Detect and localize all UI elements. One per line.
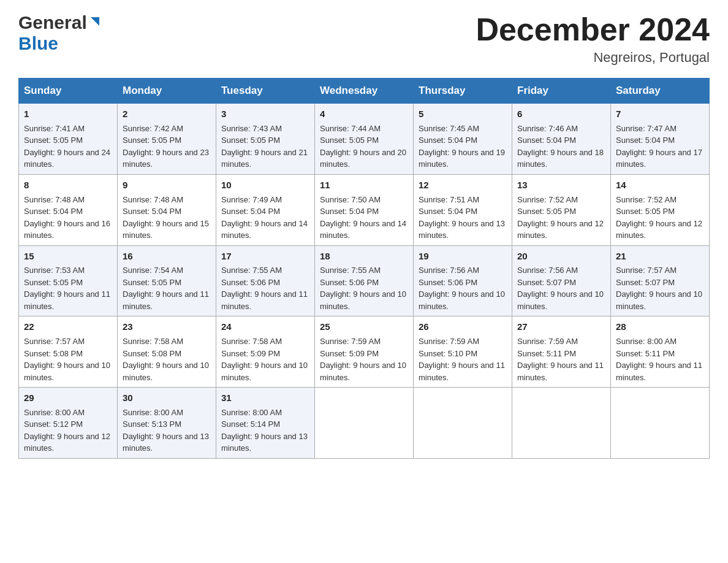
calendar-header-row: Sunday Monday Tuesday Wednesday Thursday… [19, 79, 710, 104]
logo-general-text: General [18, 12, 87, 33]
day-info: Sunrise: 7:45 AMSunset: 5:04 PMDaylight:… [419, 123, 507, 170]
day-info: Sunrise: 7:49 AMSunset: 5:04 PMDaylight:… [221, 194, 309, 242]
day-info: Sunrise: 7:52 AMSunset: 5:05 PMDaylight:… [616, 194, 704, 242]
day-info: Sunrise: 7:48 AMSunset: 5:04 PMDaylight:… [123, 194, 211, 242]
day-info: Sunrise: 7:53 AMSunset: 5:05 PMDaylight:… [24, 264, 112, 312]
day-number: 9 [123, 178, 211, 192]
day-info: Sunrise: 7:55 AMSunset: 5:06 PMDaylight:… [320, 264, 408, 312]
day-number: 17 [221, 250, 309, 263]
calendar-cell: 9Sunrise: 7:48 AMSunset: 5:04 PMDaylight… [118, 174, 216, 245]
col-wednesday: Wednesday [315, 79, 414, 104]
col-friday: Friday [512, 79, 611, 104]
calendar-cell: 16Sunrise: 7:54 AMSunset: 5:05 PMDayligh… [118, 245, 216, 316]
day-number: 8 [24, 178, 112, 192]
calendar-cell: 2Sunrise: 7:42 AMSunset: 5:05 PMDaylight… [118, 104, 216, 175]
day-info: Sunrise: 7:57 AMSunset: 5:08 PMDaylight:… [24, 335, 112, 383]
calendar-cell: 19Sunrise: 7:56 AMSunset: 5:06 PMDayligh… [414, 245, 512, 316]
page-header: General Blue December 2024 Negreiros, Po… [18, 12, 710, 66]
calendar-cell [315, 388, 414, 459]
day-number: 10 [221, 178, 309, 192]
logo-arrow-icon [88, 15, 102, 31]
calendar-cell: 6Sunrise: 7:46 AMSunset: 5:04 PMDaylight… [512, 104, 611, 175]
logo: General Blue [18, 12, 102, 54]
day-number: 2 [123, 107, 211, 121]
calendar-week-row: 22Sunrise: 7:57 AMSunset: 5:08 PMDayligh… [19, 316, 710, 388]
day-number: 4 [320, 107, 408, 121]
calendar-cell: 10Sunrise: 7:49 AMSunset: 5:04 PMDayligh… [216, 174, 315, 245]
calendar-cell: 26Sunrise: 7:59 AMSunset: 5:10 PMDayligh… [414, 316, 512, 388]
calendar-cell: 29Sunrise: 8:00 AMSunset: 5:12 PMDayligh… [19, 388, 118, 459]
day-info: Sunrise: 7:55 AMSunset: 5:06 PMDaylight:… [221, 264, 309, 312]
location-title: Negreiros, Portugal [476, 50, 710, 66]
day-info: Sunrise: 7:46 AMSunset: 5:04 PMDaylight:… [517, 123, 605, 170]
calendar-cell: 31Sunrise: 8:00 AMSunset: 5:14 PMDayligh… [216, 388, 315, 459]
day-number: 28 [616, 320, 704, 334]
day-number: 24 [221, 320, 309, 334]
calendar-cell: 30Sunrise: 8:00 AMSunset: 5:13 PMDayligh… [118, 388, 216, 459]
day-number: 26 [419, 320, 507, 334]
calendar-cell: 22Sunrise: 7:57 AMSunset: 5:08 PMDayligh… [19, 316, 118, 388]
day-info: Sunrise: 7:48 AMSunset: 5:04 PMDaylight:… [24, 194, 112, 242]
day-number: 20 [517, 250, 605, 263]
calendar-week-row: 1Sunrise: 7:41 AMSunset: 5:05 PMDaylight… [19, 104, 710, 175]
calendar-cell: 27Sunrise: 7:59 AMSunset: 5:11 PMDayligh… [512, 316, 611, 388]
day-info: Sunrise: 7:41 AMSunset: 5:05 PMDaylight:… [24, 123, 112, 170]
day-info: Sunrise: 8:00 AMSunset: 5:12 PMDaylight:… [24, 407, 112, 454]
day-info: Sunrise: 7:58 AMSunset: 5:08 PMDaylight:… [123, 335, 211, 383]
calendar-cell: 20Sunrise: 7:56 AMSunset: 5:07 PMDayligh… [512, 245, 611, 316]
calendar-cell: 11Sunrise: 7:50 AMSunset: 5:04 PMDayligh… [315, 174, 414, 245]
day-info: Sunrise: 7:50 AMSunset: 5:04 PMDaylight:… [320, 194, 408, 242]
calendar-cell: 8Sunrise: 7:48 AMSunset: 5:04 PMDaylight… [19, 174, 118, 245]
calendar-cell: 28Sunrise: 8:00 AMSunset: 5:11 PMDayligh… [611, 316, 710, 388]
calendar-cell [611, 388, 710, 459]
title-area: December 2024 Negreiros, Portugal [476, 12, 710, 66]
day-number: 15 [24, 250, 112, 263]
day-info: Sunrise: 7:58 AMSunset: 5:09 PMDaylight:… [221, 335, 309, 383]
day-number: 5 [419, 107, 507, 121]
calendar-cell: 25Sunrise: 7:59 AMSunset: 5:09 PMDayligh… [315, 316, 414, 388]
day-info: Sunrise: 7:42 AMSunset: 5:05 PMDaylight:… [123, 123, 211, 170]
day-number: 6 [517, 107, 605, 121]
calendar-cell: 5Sunrise: 7:45 AMSunset: 5:04 PMDaylight… [414, 104, 512, 175]
day-info: Sunrise: 7:44 AMSunset: 5:05 PMDaylight:… [320, 123, 408, 170]
calendar-cell: 23Sunrise: 7:58 AMSunset: 5:08 PMDayligh… [118, 316, 216, 388]
calendar-cell [414, 388, 512, 459]
calendar-cell: 1Sunrise: 7:41 AMSunset: 5:05 PMDaylight… [19, 104, 118, 175]
day-number: 31 [221, 391, 309, 405]
day-number: 30 [123, 391, 211, 405]
day-info: Sunrise: 8:00 AMSunset: 5:14 PMDaylight:… [221, 407, 309, 454]
calendar-table: Sunday Monday Tuesday Wednesday Thursday… [18, 78, 710, 459]
calendar-cell: 14Sunrise: 7:52 AMSunset: 5:05 PMDayligh… [611, 174, 710, 245]
day-info: Sunrise: 7:54 AMSunset: 5:05 PMDaylight:… [123, 264, 211, 312]
calendar-cell: 13Sunrise: 7:52 AMSunset: 5:05 PMDayligh… [512, 174, 611, 245]
day-number: 1 [24, 107, 112, 121]
day-info: Sunrise: 7:43 AMSunset: 5:05 PMDaylight:… [221, 123, 309, 170]
day-number: 23 [123, 320, 211, 334]
day-number: 12 [419, 178, 507, 192]
calendar-cell: 7Sunrise: 7:47 AMSunset: 5:04 PMDaylight… [611, 104, 710, 175]
calendar-cell: 17Sunrise: 7:55 AMSunset: 5:06 PMDayligh… [216, 245, 315, 316]
day-number: 18 [320, 250, 408, 263]
day-number: 25 [320, 320, 408, 334]
day-info: Sunrise: 7:56 AMSunset: 5:07 PMDaylight:… [517, 264, 605, 312]
calendar-cell: 12Sunrise: 7:51 AMSunset: 5:04 PMDayligh… [414, 174, 512, 245]
month-title: December 2024 [476, 12, 710, 47]
day-info: Sunrise: 7:51 AMSunset: 5:04 PMDaylight:… [419, 194, 507, 242]
calendar-cell: 15Sunrise: 7:53 AMSunset: 5:05 PMDayligh… [19, 245, 118, 316]
day-info: Sunrise: 7:59 AMSunset: 5:11 PMDaylight:… [517, 335, 605, 383]
day-info: Sunrise: 7:59 AMSunset: 5:09 PMDaylight:… [320, 335, 408, 383]
calendar-cell: 3Sunrise: 7:43 AMSunset: 5:05 PMDaylight… [216, 104, 315, 175]
calendar-cell: 24Sunrise: 7:58 AMSunset: 5:09 PMDayligh… [216, 316, 315, 388]
day-number: 27 [517, 320, 605, 334]
calendar-cell: 21Sunrise: 7:57 AMSunset: 5:07 PMDayligh… [611, 245, 710, 316]
col-sunday: Sunday [19, 79, 118, 104]
day-number: 7 [616, 107, 704, 121]
day-info: Sunrise: 7:47 AMSunset: 5:04 PMDaylight:… [616, 123, 704, 170]
day-number: 14 [616, 178, 704, 192]
calendar-week-row: 8Sunrise: 7:48 AMSunset: 5:04 PMDaylight… [19, 174, 710, 245]
day-number: 3 [221, 107, 309, 121]
col-thursday: Thursday [414, 79, 512, 104]
logo-blue-text: Blue [18, 33, 58, 54]
day-number: 19 [419, 250, 507, 263]
col-monday: Monday [118, 79, 216, 104]
